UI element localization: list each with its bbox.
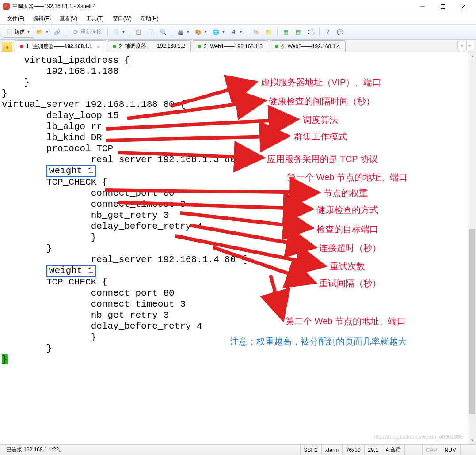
menu-3[interactable]: 工具(T) bbox=[82, 14, 108, 24]
status-num: NUM bbox=[441, 445, 460, 455]
print-button[interactable]: 🖨️▼ bbox=[175, 27, 192, 38]
terminal-line: lb_algo rr bbox=[2, 121, 468, 132]
toolbar-separator bbox=[248, 27, 248, 37]
tab-2[interactable]: 3Web1——192.168.1.3 bbox=[193, 40, 268, 52]
terminal-line: 192.168.1.188 bbox=[2, 66, 468, 77]
terminal[interactable]: virtual_ipaddress { 192.168.1.188 }}virt… bbox=[0, 52, 468, 444]
new-tab-button[interactable]: ＋ bbox=[2, 42, 12, 52]
terminal-line: delay_before_retry 4 bbox=[2, 221, 468, 232]
xftp-button[interactable]: 📁 bbox=[263, 27, 274, 38]
terminal-line: connect_timeout 3 bbox=[2, 199, 468, 210]
status-dot-icon bbox=[20, 45, 23, 48]
palette-icon: 🎨 bbox=[195, 29, 202, 36]
help-icon: ? bbox=[324, 29, 331, 36]
minimize-button[interactable] bbox=[412, 0, 433, 13]
tile-button[interactable]: ▦ bbox=[280, 27, 292, 38]
tab-label: 辅调度器——192.168.1.2 bbox=[125, 42, 185, 50]
fullscreen-button[interactable]: ⛶ bbox=[305, 27, 316, 38]
terminal-line: TCP_CHECK { bbox=[2, 177, 468, 188]
xshell-button[interactable]: 🐚 bbox=[251, 27, 262, 38]
close-tab-icon[interactable]: × bbox=[97, 43, 100, 50]
scrollbar-thumb[interactable] bbox=[469, 229, 475, 414]
tab-number: 1 bbox=[26, 43, 29, 49]
tab-number: 4 bbox=[281, 43, 284, 49]
xftp-icon: 📁 bbox=[265, 29, 272, 36]
reconnect-button[interactable]: ⟳ 重新连接 bbox=[69, 27, 105, 38]
paste-button[interactable]: 📄 bbox=[145, 27, 157, 38]
tab-scroll-right[interactable]: ► bbox=[466, 41, 474, 50]
app-icon bbox=[3, 3, 10, 10]
terminal-line: nb_get_retry 3 bbox=[2, 310, 468, 321]
fullscreen-icon: ⛶ bbox=[307, 29, 314, 36]
terminal-line: } bbox=[2, 232, 468, 243]
menu-0[interactable]: 文件(F) bbox=[3, 14, 29, 24]
terminal-line: virtual_ipaddress { bbox=[2, 55, 468, 66]
status-caps: CAP bbox=[422, 445, 441, 455]
tab-3[interactable]: 4Web2——192.168.1.4 bbox=[270, 40, 346, 52]
toolbar: 📄 新建 ▼ 📂 ▼ 🔗 ⟳ 重新连接 🗒️▼ 📋 📄 🔍 🖨️▼ 🎨▼ 🌐▼ … bbox=[0, 25, 476, 40]
terminal-line: weight 1 bbox=[2, 165, 468, 177]
toolbar-separator bbox=[130, 27, 130, 37]
properties-button[interactable]: 🗒️▼ bbox=[110, 27, 127, 38]
color-scheme-button[interactable]: 🎨▼ bbox=[193, 27, 209, 38]
scroll-down-button[interactable]: ▼ bbox=[468, 436, 476, 444]
terminal-line: } bbox=[2, 343, 468, 354]
font-button[interactable]: A▼ bbox=[228, 27, 245, 38]
menu-1[interactable]: 编辑(E) bbox=[29, 14, 55, 24]
terminal-line: } bbox=[2, 354, 468, 365]
copy-button[interactable]: 📋 bbox=[133, 27, 145, 38]
tile-icon: ▦ bbox=[282, 29, 289, 36]
chevron-down-icon: ▼ bbox=[27, 30, 30, 34]
tab-1[interactable]: 2辅调度器——192.168.1.2 bbox=[108, 40, 191, 52]
font-icon: A bbox=[230, 29, 237, 36]
status-dot-icon bbox=[113, 45, 116, 48]
status-bar: 已连接 192.168.1.1:22。 SSH2 xterm 76x30 29,… bbox=[0, 444, 476, 455]
chevron-down-icon: ▼ bbox=[122, 30, 125, 34]
terminal-line: protocol TCP bbox=[2, 143, 468, 154]
terminal-line: connect_timeout 3 bbox=[2, 299, 468, 310]
close-button[interactable] bbox=[453, 0, 473, 13]
status-dot-icon bbox=[198, 45, 201, 48]
menu-2[interactable]: 查看(V) bbox=[55, 14, 82, 24]
tab-0[interactable]: 1主调度器——192.168.1.1× bbox=[15, 40, 106, 52]
scroll-up-button[interactable]: ▲ bbox=[468, 52, 476, 60]
printer-icon: 🖨️ bbox=[177, 29, 184, 36]
feedback-button[interactable]: 💬 bbox=[335, 27, 346, 38]
tab-number: 3 bbox=[204, 43, 207, 49]
menu-4[interactable]: 窗口(W) bbox=[108, 14, 136, 24]
status-cursor-pos: 29,1 bbox=[364, 445, 382, 455]
terminal-line: connect_port 80 bbox=[2, 288, 468, 299]
refresh-icon: ⟳ bbox=[72, 29, 79, 36]
properties-icon: 🗒️ bbox=[113, 29, 120, 36]
terminal-line: } bbox=[2, 77, 468, 88]
new-file-icon: 📄 bbox=[6, 29, 13, 36]
open-button[interactable]: 📂 ▼ bbox=[34, 27, 51, 38]
terminal-line: delay_before_retry 4 bbox=[2, 321, 468, 332]
find-button[interactable]: 🔍 bbox=[158, 27, 169, 38]
vertical-scrollbar[interactable]: ▲ ▼ bbox=[468, 52, 476, 444]
maximize-button[interactable] bbox=[433, 0, 453, 13]
status-protocol: SSH2 bbox=[300, 445, 321, 455]
menu-5[interactable]: 帮助(H) bbox=[136, 14, 163, 24]
tab-label: Web1——192.168.1.3 bbox=[210, 43, 263, 49]
connect-button[interactable]: 🔗 bbox=[52, 27, 63, 38]
terminal-line: } bbox=[2, 88, 468, 99]
status-connection: 已连接 192.168.1.1:22。 bbox=[3, 445, 300, 455]
cascade-button[interactable]: ▤ bbox=[293, 27, 304, 38]
tab-scroll-left[interactable]: ◄ bbox=[457, 41, 465, 50]
help-button[interactable]: ? bbox=[322, 27, 334, 38]
terminal-line: real_server 192.168.1.3 80 { bbox=[2, 154, 468, 165]
titlebar: 主调度器——192.168.1.1 - Xshell 4 bbox=[0, 0, 476, 13]
terminal-line: lb_kind DR bbox=[2, 132, 468, 143]
window-title: 主调度器——192.168.1.1 - Xshell 4 bbox=[12, 3, 96, 10]
reconnect-label: 重新连接 bbox=[80, 28, 102, 36]
link-icon: 🔗 bbox=[54, 29, 61, 36]
speech-icon: 💬 bbox=[337, 29, 344, 36]
new-button[interactable]: 📄 新建 ▼ bbox=[3, 27, 33, 38]
status-dot-icon bbox=[275, 45, 278, 48]
terminal-line: } bbox=[2, 243, 468, 254]
search-icon: 🔍 bbox=[160, 29, 167, 36]
status-sessions: 4 会话 bbox=[382, 445, 404, 455]
language-button[interactable]: 🌐▼ bbox=[210, 27, 227, 38]
terminal-line: nb_get_retry 3 bbox=[2, 210, 468, 221]
